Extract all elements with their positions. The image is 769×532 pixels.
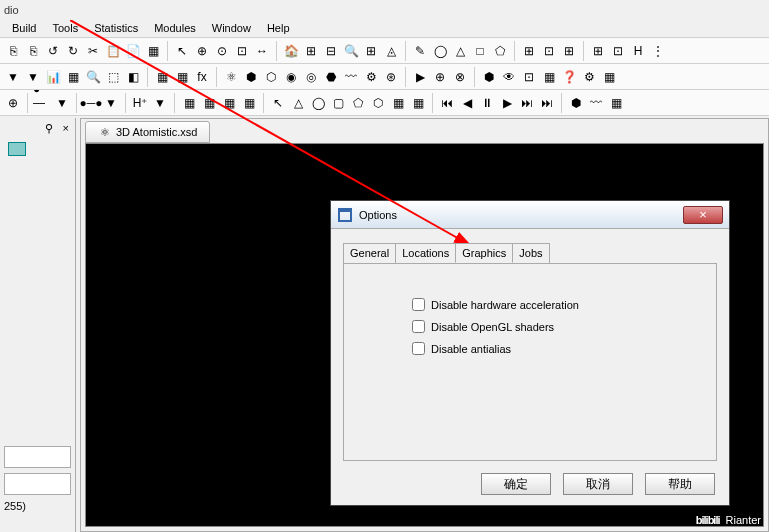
tb3-tool-25[interactable]: ⏮ <box>438 94 456 112</box>
tb2-tool-14[interactable]: ⬡ <box>262 68 280 86</box>
tb3-tool-12[interactable]: ▦ <box>200 94 218 112</box>
tb3-tool-19[interactable]: ▢ <box>329 94 347 112</box>
tb2-tool-20[interactable]: ⊛ <box>382 68 400 86</box>
tb3-tool-0[interactable]: ⊕ <box>4 94 22 112</box>
tb3-tool-30[interactable]: ⏭ <box>538 94 556 112</box>
tb1-tool-30[interactable]: ⊞ <box>560 42 578 60</box>
tb1-tool-19[interactable]: ⊞ <box>362 42 380 60</box>
tb3-tool-3[interactable]: ▼ <box>53 94 71 112</box>
tb2-tool-32[interactable]: ▦ <box>600 68 618 86</box>
tb1-tool-26[interactable]: ⬠ <box>491 42 509 60</box>
menu-modules[interactable]: Modules <box>146 19 204 37</box>
tb2-tool-24[interactable]: ⊗ <box>451 68 469 86</box>
document-tab[interactable]: ⚛ 3D Atomistic.xsd <box>85 121 210 143</box>
tb1-tool-2[interactable]: ↺ <box>44 42 62 60</box>
tb3-tool-5[interactable]: ●─● <box>82 94 100 112</box>
tb2-tool-15[interactable]: ◉ <box>282 68 300 86</box>
menu-statistics[interactable]: Statistics <box>86 19 146 37</box>
pin-icon[interactable]: ⚲ <box>45 122 53 135</box>
tb2-tool-10[interactable]: fx <box>193 68 211 86</box>
disable-aa-checkbox[interactable] <box>412 342 425 355</box>
tb2-tool-6[interactable]: ◧ <box>124 68 142 86</box>
tb3-tool-28[interactable]: ▶ <box>498 94 516 112</box>
tb2-tool-16[interactable]: ◎ <box>302 68 320 86</box>
tb1-tool-32[interactable]: ⊞ <box>589 42 607 60</box>
tab-jobs[interactable]: Jobs <box>512 243 549 263</box>
tb1-tool-4[interactable]: ✂ <box>84 42 102 60</box>
menu-window[interactable]: Window <box>204 19 259 37</box>
menu-build[interactable]: Build <box>4 19 44 37</box>
tb2-tool-12[interactable]: ⚛ <box>222 68 240 86</box>
tb3-tool-33[interactable]: 〰 <box>587 94 605 112</box>
tb3-tool-6[interactable]: ▼ <box>102 94 120 112</box>
help-button[interactable]: 帮助 <box>645 473 715 495</box>
tb2-tool-19[interactable]: ⚙ <box>362 68 380 86</box>
tb1-tool-6[interactable]: 📄 <box>124 42 142 60</box>
tb3-tool-9[interactable]: ▼ <box>151 94 169 112</box>
tb2-tool-27[interactable]: 👁 <box>500 68 518 86</box>
tb3-tool-13[interactable]: ▦ <box>220 94 238 112</box>
tb1-tool-9[interactable]: ↖ <box>173 42 191 60</box>
tb1-tool-35[interactable]: ⋮ <box>649 42 667 60</box>
tb2-tool-30[interactable]: ❓ <box>560 68 578 86</box>
tb1-tool-3[interactable]: ↻ <box>64 42 82 60</box>
tb2-tool-22[interactable]: ▶ <box>411 68 429 86</box>
tb2-tool-3[interactable]: ▦ <box>64 68 82 86</box>
panel-box-1[interactable] <box>4 446 71 468</box>
tb3-tool-16[interactable]: ↖ <box>269 94 287 112</box>
tb1-tool-18[interactable]: 🔍 <box>342 42 360 60</box>
tb3-tool-2[interactable]: ●—● <box>33 94 51 112</box>
tb1-tool-20[interactable]: ◬ <box>382 42 400 60</box>
cancel-button[interactable]: 取消 <box>563 473 633 495</box>
tb2-tool-5[interactable]: ⬚ <box>104 68 122 86</box>
checkbox-row-aa[interactable]: Disable antialias <box>412 342 511 355</box>
tb1-tool-7[interactable]: ▦ <box>144 42 162 60</box>
tb1-tool-13[interactable]: ↔ <box>253 42 271 60</box>
tb2-tool-23[interactable]: ⊕ <box>431 68 449 86</box>
tb3-tool-22[interactable]: ▦ <box>389 94 407 112</box>
tb1-tool-1[interactable]: ⎘ <box>24 42 42 60</box>
tb3-tool-34[interactable]: ▦ <box>607 94 625 112</box>
tb1-tool-0[interactable]: ⎘ <box>4 42 22 60</box>
disable-shaders-checkbox[interactable] <box>412 320 425 333</box>
tb1-tool-28[interactable]: ⊞ <box>520 42 538 60</box>
tree-item[interactable] <box>8 142 26 156</box>
tb2-tool-4[interactable]: 🔍 <box>84 68 102 86</box>
tb3-tool-11[interactable]: ▦ <box>180 94 198 112</box>
tb1-tool-10[interactable]: ⊕ <box>193 42 211 60</box>
tb3-tool-18[interactable]: ◯ <box>309 94 327 112</box>
tb3-tool-26[interactable]: ◀ <box>458 94 476 112</box>
menu-help[interactable]: Help <box>259 19 298 37</box>
tb2-tool-28[interactable]: ⊡ <box>520 68 538 86</box>
close-icon[interactable]: × <box>63 122 69 134</box>
checkbox-row-shaders[interactable]: Disable OpenGL shaders <box>412 320 554 333</box>
tab-graphics[interactable]: Graphics <box>455 243 513 263</box>
tb2-tool-13[interactable]: ⬢ <box>242 68 260 86</box>
tb3-tool-8[interactable]: H⁺ <box>131 94 149 112</box>
tab-general[interactable]: General <box>343 243 396 263</box>
tb3-tool-23[interactable]: ▦ <box>409 94 427 112</box>
disable-hw-checkbox[interactable] <box>412 298 425 311</box>
tb2-tool-31[interactable]: ⚙ <box>580 68 598 86</box>
tb2-tool-17[interactable]: ⬣ <box>322 68 340 86</box>
panel-box-2[interactable] <box>4 473 71 495</box>
ok-button[interactable]: 确定 <box>481 473 551 495</box>
tb1-tool-5[interactable]: 📋 <box>104 42 122 60</box>
tb2-tool-9[interactable]: ▦ <box>173 68 191 86</box>
tb1-tool-16[interactable]: ⊞ <box>302 42 320 60</box>
tb1-tool-29[interactable]: ⊡ <box>540 42 558 60</box>
tb2-tool-0[interactable]: ▼ <box>4 68 22 86</box>
tb3-tool-14[interactable]: ▦ <box>240 94 258 112</box>
tb3-tool-21[interactable]: ⬡ <box>369 94 387 112</box>
tb2-tool-2[interactable]: 📊 <box>44 68 62 86</box>
tb1-tool-23[interactable]: ◯ <box>431 42 449 60</box>
tb2-tool-29[interactable]: ▦ <box>540 68 558 86</box>
tb2-tool-8[interactable]: ▦ <box>153 68 171 86</box>
tb3-tool-20[interactable]: ⬠ <box>349 94 367 112</box>
tb1-tool-17[interactable]: ⊟ <box>322 42 340 60</box>
tb2-tool-26[interactable]: ⬢ <box>480 68 498 86</box>
tb3-tool-27[interactable]: ⏸ <box>478 94 496 112</box>
tb1-tool-12[interactable]: ⊡ <box>233 42 251 60</box>
tb1-tool-34[interactable]: H <box>629 42 647 60</box>
tab-locations[interactable]: Locations <box>395 243 456 263</box>
